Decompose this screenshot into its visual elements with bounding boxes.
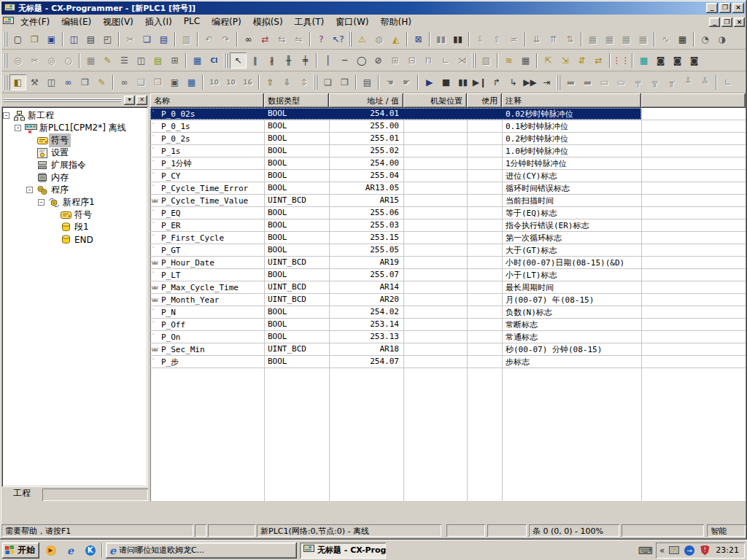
- toggle-address-reference-button[interactable]: ❐: [77, 74, 93, 90]
- security-shield-tray-icon[interactable]: !: [699, 545, 711, 556]
- tree-item-section[interactable]: 段1: [3, 221, 147, 233]
- watch-window-button[interactable]: ⋮⋮: [613, 52, 630, 69]
- table-row[interactable]: wwP_Hour_DateUINT_BCDAR19小时(00-07)日期(08-…: [150, 257, 746, 269]
- vertical-line-button[interactable]: │: [320, 52, 336, 69]
- tree-expander-icon[interactable]: -: [15, 125, 21, 131]
- menu-1[interactable]: 文件(F): [15, 15, 55, 31]
- view-mnemonics-button[interactable]: ▦: [189, 52, 206, 69]
- panel-menu-button[interactable]: ▾: [124, 96, 135, 105]
- mnemonic-list-button[interactable]: ▤: [359, 74, 376, 90]
- toolbar-grip[interactable]: [348, 32, 352, 47]
- toolbar-grip[interactable]: [557, 75, 560, 90]
- undo-button[interactable]: ↶: [201, 31, 217, 47]
- app-icon[interactable]: [3, 4, 16, 12]
- send-to-monitor-4-button[interactable]: ⇄: [590, 52, 607, 69]
- tree-item-expansion[interactable]: 扩展指令: [3, 159, 147, 171]
- new-coil-button[interactable]: ◯: [353, 52, 370, 69]
- column-header-1[interactable]: 名称: [150, 93, 264, 108]
- continuous-step-run-button[interactable]: ▶▶: [522, 74, 538, 90]
- column-header-3[interactable]: 地址 / 值: [329, 93, 403, 108]
- new-contact-button[interactable]: ∥: [247, 52, 263, 69]
- io-table-1-button[interactable]: ▦: [584, 31, 601, 47]
- properties-button[interactable]: ✎: [93, 74, 110, 90]
- input-method-keyboard-icon[interactable]: ⌨: [638, 545, 653, 556]
- menu-5[interactable]: PLC: [178, 15, 206, 31]
- table-row[interactable]: `P_1分钟BOOL254.001分钟时钟脉冲位: [150, 158, 746, 170]
- rung-join-mid-button[interactable]: ╦: [646, 74, 663, 90]
- rung-branch-button[interactable]: ╥: [663, 74, 680, 90]
- menu-4[interactable]: 插入(I): [139, 15, 178, 31]
- send-to-monitor-2-button[interactable]: ⇲: [557, 52, 573, 69]
- toolbar-grip[interactable]: [314, 75, 317, 90]
- work-online-simulator-button[interactable]: ⊠: [410, 31, 427, 47]
- delete-rung-button[interactable]: ▬: [579, 74, 596, 90]
- tree-item-programs[interactable]: -程序: [3, 184, 147, 196]
- online-check-button[interactable]: ◍: [371, 31, 387, 47]
- toolbar-grip[interactable]: [472, 53, 476, 68]
- toggle-cross-reference-button[interactable]: ∞: [60, 74, 77, 90]
- monitor-window-x-button[interactable]: ◙: [669, 52, 686, 69]
- child-restore-button[interactable]: ❐: [721, 18, 732, 27]
- new-file-button[interactable]: ▢: [9, 31, 26, 47]
- task-button-1[interactable]: e请问哪位知道欧姆龙C...: [106, 542, 297, 559]
- online-edit-rung-button[interactable]: ▧: [478, 52, 495, 69]
- column-header-2[interactable]: 数据类型: [264, 93, 329, 108]
- insert-rung-button[interactable]: ▬: [562, 74, 579, 90]
- panel-close-button[interactable]: ×: [136, 96, 147, 105]
- tree-item-symbols[interactable]: 符号: [3, 134, 147, 147]
- tree-item-plc[interactable]: -新PLC1[CPM2*] 离线: [3, 122, 147, 134]
- io-table-2-button[interactable]: ▦: [601, 31, 618, 47]
- run-to-end-button[interactable]: ⇥: [538, 74, 555, 90]
- save-file-button[interactable]: ▣: [43, 31, 60, 47]
- compile-program-check-button[interactable]: ⚠: [354, 31, 371, 47]
- select-tool-button[interactable]: ↖: [230, 52, 247, 69]
- column-header-6[interactable]: 注释: [502, 93, 641, 108]
- plc-power-tray-icon[interactable]: ⚡: [668, 545, 680, 556]
- rung-branch-bottom-button[interactable]: ╩: [697, 74, 713, 90]
- internet-explorer-icon[interactable]: e: [62, 542, 79, 559]
- table-row[interactable]: `P_Cycle_Time_ErrorBOOLAR13.05循环时间错误标志: [150, 182, 746, 195]
- rung-annotation-list-button[interactable]: ☰: [116, 52, 133, 69]
- show-comment-button[interactable]: ✎: [99, 52, 116, 69]
- paste-button[interactable]: ▤: [155, 31, 172, 47]
- table-row[interactable]: `P_OnBOOL253.13常通标志: [150, 331, 746, 343]
- step-out-button[interactable]: ↳: [505, 74, 522, 90]
- toolbar-grip[interactable]: [224, 53, 228, 68]
- replace-button[interactable]: ⇄: [257, 31, 274, 47]
- tree-expander-icon[interactable]: -: [3, 112, 9, 119]
- table-row[interactable]: `P_ERBOOL255.03指令执行错误(ER)标志: [150, 219, 746, 232]
- zoom-in-button[interactable]: ◎: [9, 52, 26, 69]
- task-button-2[interactable]: 无标题 - CX-Program...: [300, 542, 386, 559]
- restore-button[interactable]: ❐: [719, 3, 731, 13]
- send-to-monitor-3-button[interactable]: ⇵: [573, 52, 590, 69]
- tab-project[interactable]: 工程: [1, 487, 42, 501]
- cycle-time-left-button[interactable]: ◔: [697, 31, 713, 47]
- table-row[interactable]: `P_0_02sBOOL254.010.02秒时钟脉冲位: [150, 108, 746, 120]
- new-closed-contact-button[interactable]: ∦: [263, 52, 280, 69]
- menu-3[interactable]: 视图(V): [97, 15, 139, 31]
- paste-rung-button[interactable]: ▥: [178, 31, 195, 47]
- symbol-tables-button[interactable]: ≋: [500, 52, 517, 69]
- tree-expander-icon[interactable]: -: [38, 199, 44, 206]
- delete-row-button[interactable]: ▭: [613, 74, 630, 90]
- fb-parameter-button[interactable]: ⊟: [403, 52, 420, 69]
- table-row[interactable]: `P_0_2sBOOL255.010.2秒时钟脉冲位: [150, 133, 746, 145]
- find-button[interactable]: ∞: [240, 31, 257, 47]
- rung-join-top-button[interactable]: ╤: [630, 74, 646, 90]
- toolbar-grip[interactable]: [4, 32, 7, 47]
- io-table-4-button[interactable]: ▦: [635, 31, 651, 47]
- upload-from-plc-button[interactable]: ⇧: [489, 31, 506, 47]
- panel-drag-grip[interactable]: [4, 98, 121, 102]
- close-button[interactable]: ×: [732, 3, 744, 13]
- zoom-region-button[interactable]: ✂: [26, 52, 43, 69]
- table-row[interactable]: wwP_Cycle_Time_ValueUINT_BCDAR15当前扫描时间: [150, 195, 746, 207]
- table-row[interactable]: `P_EQBOOL255.06等于(EQ)标志: [150, 207, 746, 219]
- online-run-hand-button[interactable]: ☛: [398, 74, 415, 90]
- transfer-settings-button[interactable]: ⇈: [545, 31, 562, 47]
- menu-7[interactable]: 模拟(S): [247, 15, 289, 31]
- column-header-5[interactable]: 使用: [467, 93, 502, 108]
- new-closed-coil-button[interactable]: ⊘: [370, 52, 387, 69]
- table-row[interactable]: `P_First_CycleBOOL253.15第一次循环标志: [150, 232, 746, 244]
- ci-view-button[interactable]: CI: [206, 52, 222, 69]
- table-row[interactable]: `P_NBOOL254.02负数(N)标志: [150, 306, 746, 319]
